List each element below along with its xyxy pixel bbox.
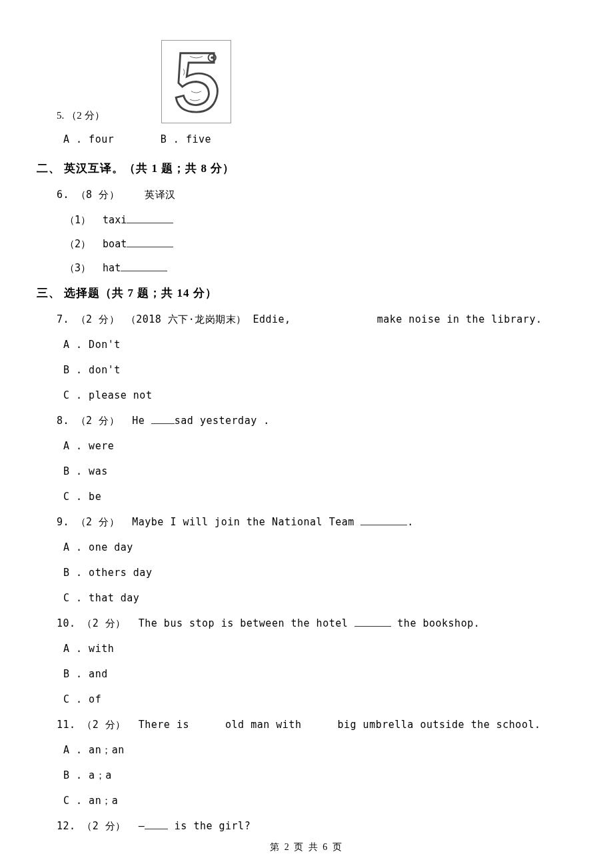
question-12-line: 12. （2 分） — is the girl? <box>57 818 576 834</box>
section-3-heading: 三、 选择题（共 7 题；共 14 分） <box>37 284 576 302</box>
question-8-number: 8. <box>57 415 69 427</box>
question-11-part3: big umbrella outside the school. <box>338 719 541 731</box>
question-7-source: （2018 六下·龙岗期末） <box>126 313 247 325</box>
question-9-after: . <box>407 516 414 528</box>
page-footer: 第 2 页 共 6 页 <box>0 840 613 855</box>
question-10-after: the bookshop. <box>391 617 480 629</box>
blank-input[interactable] <box>127 239 173 248</box>
number-five-drawing <box>165 43 228 120</box>
question-11-line: 11. （2 分） There is old man with big umbr… <box>57 717 576 733</box>
q6-item-1-label: （1） <box>65 214 91 226</box>
question-5-number: 5. <box>57 107 64 123</box>
option-8b: B . was <box>63 463 576 479</box>
option-7c: C . please not <box>63 387 576 403</box>
blank-input[interactable] <box>151 415 175 425</box>
blank-input[interactable] <box>145 821 168 830</box>
question-10-line: 10. （2 分） The bus stop is between the ho… <box>57 615 576 631</box>
question-6-points: （8 分） <box>76 189 120 201</box>
option-11a: A . an；an <box>63 742 576 758</box>
question-12-before: — <box>139 820 145 832</box>
question-8-line: 8. （2 分） He sad yesterday . <box>57 413 576 429</box>
question-10-before: The bus stop is between the hotel <box>139 617 354 629</box>
q6-item-2-word: boat <box>103 238 127 250</box>
option-8c: C . be <box>63 489 576 505</box>
option-10b: B . and <box>63 666 576 682</box>
option-10a: A . with <box>63 641 576 657</box>
question-10-number: 10. <box>57 617 76 629</box>
question-8-before: He <box>132 415 151 427</box>
question-10-points: （2 分） <box>82 617 126 629</box>
blank-input[interactable] <box>354 618 391 627</box>
q6-item-2-label: （2） <box>65 238 91 250</box>
question-7-after: make noise in the library. <box>377 313 542 325</box>
option-11b: B . a；a <box>63 767 576 783</box>
option-10c: C . of <box>63 691 576 707</box>
option-11c: C . an；a <box>63 793 576 809</box>
question-9-number: 9. <box>57 516 69 528</box>
question-5-options: A . four B . five <box>63 131 576 147</box>
option-5b: B . five <box>161 133 211 145</box>
blank-input[interactable] <box>121 263 167 272</box>
question-7-line: 7. （2 分） （2018 六下·龙岗期末） Eddie, make nois… <box>57 311 576 327</box>
question-12-after: is the girl? <box>168 820 251 832</box>
question-9-line: 9. （2 分） Maybe I will join the National … <box>57 514 576 530</box>
question-12-points: （2 分） <box>82 820 126 832</box>
option-8a: A . were <box>63 438 576 454</box>
q6-item-3: （3） hat <box>65 260 576 276</box>
q6-item-1-word: taxi <box>103 214 127 226</box>
option-9c: C . that day <box>63 590 576 606</box>
option-7a: A . Don't <box>63 337 576 353</box>
section-2-heading: 二、 英汉互译。（共 1 题；共 8 分） <box>37 159 576 177</box>
question-8-after: sad yesterday . <box>175 415 270 427</box>
question-9-points: （2 分） <box>76 516 120 528</box>
q6-item-3-label: （3） <box>65 262 91 274</box>
blank-input[interactable] <box>360 517 407 526</box>
question-8-points: （2 分） <box>76 415 120 427</box>
blank-input[interactable] <box>127 215 173 224</box>
option-5a: A . four <box>63 133 114 145</box>
question-11-part2: old man with <box>225 719 301 731</box>
q6-item-3-word: hat <box>103 262 121 274</box>
question-11-number: 11. <box>57 719 76 731</box>
question-11-points: （2 分） <box>82 719 126 731</box>
question-7-before: Eddie, <box>253 313 291 325</box>
question-6-line: 6. （8 分） 英译汉 <box>57 187 576 203</box>
option-7b: B . don't <box>63 362 576 378</box>
option-9a: A . one day <box>63 539 576 555</box>
question-5-points: （2 分） <box>67 107 104 123</box>
question-11-part1: There is <box>139 719 189 731</box>
question-12-number: 12. <box>57 820 76 832</box>
question-6-instruction: 英译汉 <box>145 189 176 201</box>
question-7-points: （2 分） <box>76 313 120 325</box>
question-9-before: Maybe I will join the National Team <box>132 516 360 528</box>
question-5-image-row: 5. （2 分） <box>57 40 576 123</box>
question-5-image-box <box>161 40 231 123</box>
svg-point-1 <box>211 57 213 59</box>
q6-item-2: （2） boat <box>65 236 576 252</box>
option-9b: B . others day <box>63 565 576 581</box>
question-6-number: 6. <box>57 189 69 201</box>
question-7-number: 7. <box>57 313 69 325</box>
q6-item-1: （1） taxi <box>65 212 576 228</box>
